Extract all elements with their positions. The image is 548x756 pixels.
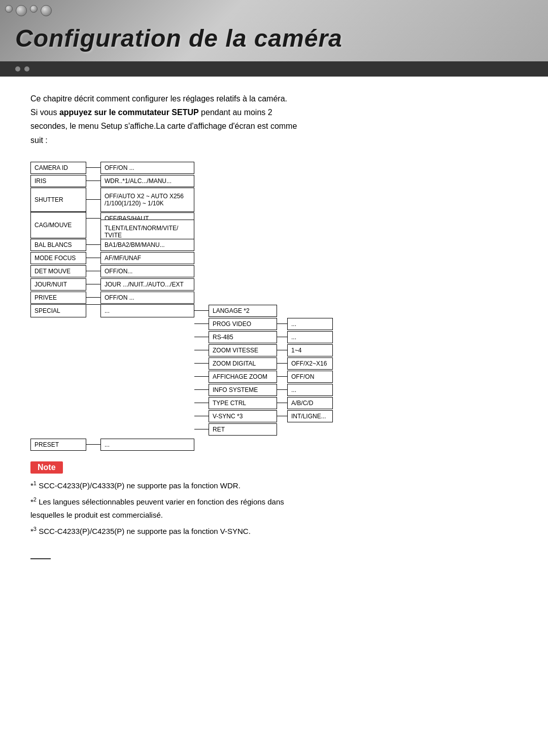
connector-line [194,429,209,429]
connector-line [194,389,209,390]
menu-row-privee: PRIVEE OFF/ON ... [30,291,518,304]
special-label-rs485: RS-485 [209,331,277,343]
cag-line1: TLENT/LENT/NORM/VITE/ [105,225,178,232]
connector-line [277,389,287,390]
special-label-zoom-vitesse: ZOOM VITESSE [209,344,277,356]
menu-label-preset: PRESET [30,439,86,451]
special-label-type: TYPE CTRL [209,397,277,409]
menu-row-jour: JOUR/NUIT JOUR .../NUIT../AUTO.../EXT [30,278,518,291]
special-row-langage: LANGAGE *2 [194,304,333,317]
menu-row-special: SPECIAL ... LANGAGE *2 PROG VIDEO ... [30,304,518,436]
menu-label-special: SPECIAL [30,304,86,317]
special-submenu: LANGAGE *2 PROG VIDEO ... RS-485 ... [194,304,333,436]
menu-label-det: DET MOUVE [30,265,86,277]
note-badge: Note [30,461,63,474]
connector-line [86,199,100,200]
connector-line [86,304,100,305]
special-label-langage: LANGAGE *2 [209,305,277,317]
special-row-prog: PROG VIDEO ... [194,317,333,331]
connector-line [86,271,100,271]
special-row-rs485: RS-485 ... [194,331,333,344]
connector-line [277,350,287,350]
special-row-vsync: V-SYNC *3 INT/LIGNE... [194,410,333,423]
connector-line [277,416,287,416]
menu-row-camera-id: CAMERA ID OFF/ON ... [30,161,518,174]
connector-line [86,244,100,245]
connector-line [277,403,287,403]
circle-icon [5,5,13,13]
special-label-vsync: V-SYNC *3 [209,410,277,422]
note-section: Note *1 SCC-C4233(P)/C4333(P) ne support… [30,461,518,538]
connector-line [194,323,209,324]
special-label-ret: RET [209,423,277,436]
tab-dot [15,66,20,71]
note-line-3: *3 SCC-C4233(P)/C4235(P) ne supporte pas… [30,524,518,538]
connector-line [277,363,287,364]
menu-value-camera-id: OFF/ON ... [100,162,194,174]
menu-label-camera-id: CAMERA ID [30,162,86,174]
connector-line [86,167,100,168]
connector-line [277,337,287,337]
decorative-circles [5,5,52,16]
menu-label-bal: BAL BLANCS [30,239,86,251]
connector-line [277,376,287,377]
connector-line [194,416,209,416]
connector-line [194,350,209,350]
main-content: Ce chapitre décrit comment configurer le… [0,77,548,580]
menu-value-iris: WDR..*1/ALC.../MANU... [100,175,194,187]
menu-row-det: DET MOUVE OFF/ON... [30,265,518,278]
menu-value-preset: ... [100,439,194,451]
special-label-prog: PROG VIDEO [209,318,277,330]
menu-label-mode-focus: MODE FOCUS [30,252,86,264]
page-bottom-line [30,558,51,559]
connector-line [86,297,100,298]
connector-line [194,310,209,311]
connector-line [86,218,100,219]
menu-row-preset: PRESET ... [30,438,518,451]
special-label-info: INFO SYSTEME [209,384,277,396]
menu-diagram: CAMERA ID OFF/ON ... IRIS WDR..*1/ALC...… [30,161,518,451]
note-line-1: *1 SCC-C4233(P)/C4333(P) ne supporte pas… [30,479,518,492]
cag-line2: TVITE [105,232,122,239]
menu-label-privee: PRIVEE [30,292,86,304]
menu-row-cag: CAG/MOUVE OFF/BAS/HAUT TLENT/LENT/NORM/V… [30,212,518,238]
special-row-zoom-vitesse: ZOOM VITESSE 1~4 [194,344,333,357]
cag-row-2: TLENT/LENT/NORM/VITE/ TVITE [86,225,194,238]
cag-connector: OFF/BAS/HAUT TLENT/LENT/NORM/VITE/ TVITE [86,212,194,238]
circle-icon [41,5,52,16]
special-label-affichage: AFFICHAGE ZOOM [209,371,277,383]
menu-value-bal: BA1/BA2/BM/MANU... [100,239,194,251]
connector-line [86,258,100,258]
note-line-2: *2 Les langues sélectionnables peuvent v… [30,495,518,521]
page-title: Configuration de la caméra [15,24,342,52]
setup-keyword: SETUP [172,108,198,117]
menu-value-det: OFF/ON... [100,265,194,277]
tab-dot [24,66,29,71]
connector-line [86,444,100,445]
connector-line [277,323,287,324]
special-row-affichage: AFFICHAGE ZOOM OFF/ON [194,370,333,383]
special-value-zoom-digital: OFF/X2~X16 [287,357,333,370]
special-label-zoom-digital: ZOOM DIGITAL [209,357,277,370]
menu-row-iris: IRIS WDR..*1/ALC.../MANU... [30,174,518,188]
menu-value-jour: JOUR .../NUIT../AUTO.../EXT [100,278,194,291]
menu-label-cag: CAG/MOUVE [30,212,86,238]
circle-icon [16,5,27,16]
special-value-prog: ... [287,318,333,330]
menu-label-shutter: SHUTTER [30,188,86,212]
special-value-zoom-vitesse: 1~4 [287,344,333,356]
connector-line [194,337,209,337]
menu-row-shutter: SHUTTER OFF/AUTO X2 ~ AUTO X256 /1/100(1… [30,188,518,212]
connector-line [194,376,209,377]
special-value-affichage: OFF/ON [287,371,333,383]
special-row-type: TYPE CTRL A/B/C/D [194,397,333,410]
intro-text-1: Ce chapitre décrit comment configurer le… [30,94,287,103]
menu-row-mode-focus: MODE FOCUS AF/MF/UNAF [30,251,518,265]
connector-line [86,181,100,181]
special-value-type: A/B/C/D [287,397,333,409]
menu-row-bal: BAL BLANCS BA1/BA2/BM/MANU... [30,238,518,251]
menu-label-jour: JOUR/NUIT [30,278,86,291]
menu-value-special: ... [100,304,194,317]
menu-value-shutter: OFF/AUTO X2 ~ AUTO X256 /1/100(1/120) ~ … [100,188,194,212]
intro-paragraph: Ce chapitre décrit comment configurer le… [30,92,386,147]
